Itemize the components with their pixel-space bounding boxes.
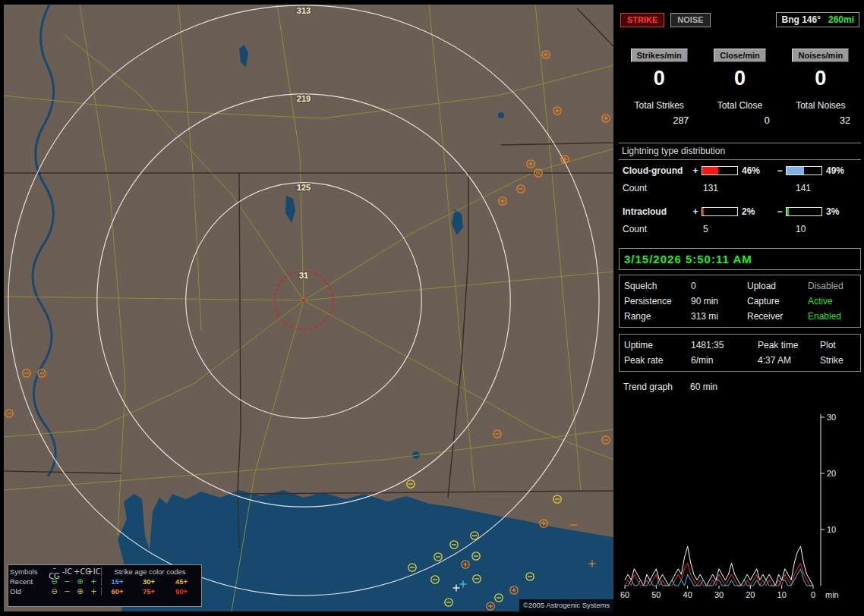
strike-symbol [602,436,610,444]
svg-text:60: 60 [620,590,629,599]
strike-symbol [499,197,506,205]
total-close-label: Total Close [699,100,780,111]
legend-symbols-header: Symbols [10,567,48,576]
cloud-ground-label: Cloud-ground [623,165,691,176]
svg-text:30: 30 [714,590,724,599]
svg-text:40: 40 [683,590,692,599]
bearing-readout: Bng 146° 260mi [776,12,859,27]
receiver-status-box: Squelch 0 Upload Disabled Persistence 90… [619,275,861,328]
persistence-value: 90 min [691,296,747,306]
total-noises-value: 32 [780,115,861,126]
strike-symbol [553,107,561,115]
trend-graph-label: Trend graph [623,382,690,392]
rate-buttons-row: Strikes/min Close/min Noises/min [619,49,861,62]
status-row-range: Range 313 mi Receiver Enabled [624,309,860,324]
trend-graph-row: Trend graph 60 min [619,379,861,394]
trend-graph-value: 60 min [690,382,861,392]
old-circle-minus-icon: ⊖ [48,587,61,596]
cg-minus-bar [786,166,822,175]
cg-plus-count: 131 [691,183,782,193]
stats-row-uptime: Uptime 1481:35 Peak time Plot [624,338,860,353]
age-30: 30+ [133,577,165,586]
ic-minus-count: 10 [782,224,806,234]
cloud-ground-row: Cloud-ground + 46% − 49% [619,162,861,180]
noise-mode-button[interactable]: NOISE [670,13,710,27]
lightning-map[interactable]: 12521931331 Symbols -CG -IC +CG +IC Stri… [4,5,613,611]
recent-minus-icon: − [61,577,74,586]
ic-count-label: Count [623,224,691,234]
age-75: 75+ [133,587,165,596]
status-row-persistence: Persistence 90 min Capture Active [624,294,860,309]
legend-recent-label: Recent [10,577,48,586]
rate-values-row: 0 0 0 [619,67,861,90]
legend-old-label: Old [10,587,48,596]
squelch-label: Squelch [624,281,691,291]
datetime-display: 3/15/2026 5:50:11 AM [619,248,861,270]
close-per-min-button[interactable]: Close/min [714,49,766,62]
persistence-label: Persistence [624,296,691,306]
svg-text:219: 219 [297,94,311,103]
ic-minus-bar [786,207,822,216]
ic-minus-pct: 3% [824,206,852,217]
symbol-legend: Symbols -CG -IC +CG +IC Strike age color… [8,564,202,607]
svg-text:10: 10 [777,590,787,599]
strikes-per-min-button[interactable]: Strikes/min [631,49,688,62]
legend-col-pos-cg: +CG [74,567,87,576]
svg-text:min: min [825,590,839,599]
intracloud-label: Intracloud [623,206,691,217]
strike-symbol [5,410,13,417]
total-strikes-label: Total Strikes [619,100,699,111]
old-minus-icon: − [61,587,74,596]
bearing-label: Bng 146° [781,14,820,25]
total-noises-label: Total Noises [780,100,861,111]
total-strikes-value: 287 [619,115,699,126]
strike-mode-button[interactable]: STRIKE [620,13,664,27]
upload-value: Disabled [808,281,860,291]
legend-col-neg-ic: -IC [61,567,74,576]
noises-per-min-value: 0 [815,67,826,90]
receiver-label: Receiver [747,311,808,322]
svg-text:10: 10 [827,525,836,534]
peak-time-value: 4:37 AM [758,355,820,366]
peak-rate-value: 6/min [691,355,758,366]
map-canvas[interactable]: 12521931331 [4,5,613,611]
copyright-text: ©2005 Astrogenic Systems [519,599,613,611]
trend-graph: 1020306050403020100min [619,411,861,610]
recent-circle-plus-icon: ⊕ [74,577,87,586]
strike-symbol [493,430,501,438]
capture-value: Active [808,296,860,306]
strike-symbol [602,115,610,122]
recent-circle-minus-icon: ⊖ [48,577,61,586]
svg-text:50: 50 [651,590,661,599]
intracloud-row: Intracloud + 2% − 3% [619,203,861,221]
age-45: 45+ [165,577,198,586]
svg-text:313: 313 [297,6,311,15]
totals-row: Total Strikes 287 Total Close 0 Total No… [619,100,861,126]
minus-sign: − [775,165,784,176]
plus-sign: + [691,165,700,176]
status-row-squelch: Squelch 0 Upload Disabled [624,278,860,294]
squelch-value: 0 [691,281,747,291]
peak-time-label: Peak time [758,340,820,350]
legend-age-header: Strike age color codes [101,567,198,576]
strike-symbol [23,369,30,377]
old-circle-plus-icon: ⊕ [74,587,87,596]
strike-symbol [542,51,550,58]
strike-symbol [407,480,415,488]
recent-plus-icon: + [87,577,101,586]
old-plus-icon: + [87,587,101,596]
svg-text:0: 0 [811,590,815,599]
bearing-range-value: 260mi [828,14,854,25]
cg-count-label: Count [623,183,691,193]
cg-minus-pct: 49% [824,165,852,176]
cg-count-row: Count 131 141 [619,180,861,196]
range-label: Range [624,311,691,322]
age-60: 60+ [101,587,133,596]
status-panel: STRIKE NOISE Bng 146° 260mi Strikes/min … [619,5,861,611]
close-per-min-value: 0 [734,67,746,90]
stats-row-peak-rate: Peak rate 6/min 4:37 AM Strike [624,353,860,368]
ic-plus-count: 5 [691,224,782,234]
ic-plus-pct: 2% [739,206,768,217]
noises-per-min-button[interactable]: Noises/min [792,49,849,62]
legend-col-pos-ic: +IC [87,567,101,576]
